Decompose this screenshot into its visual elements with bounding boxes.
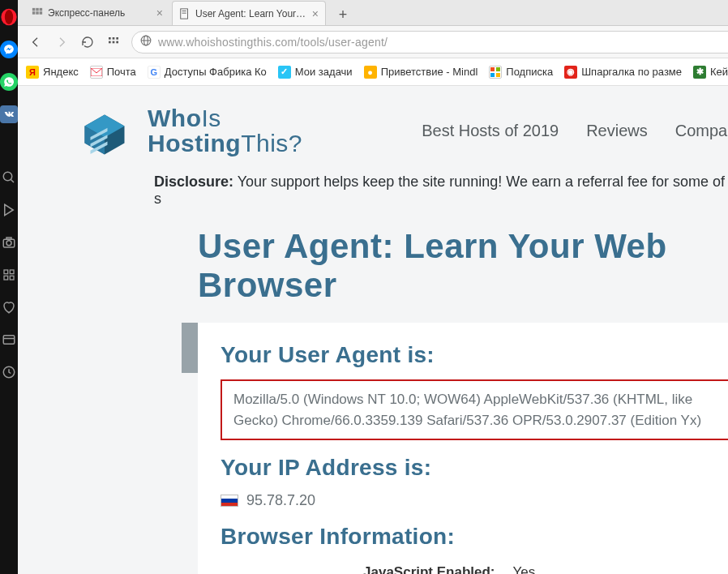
- bookmark-mail[interactable]: Почта: [90, 66, 136, 79]
- svg-rect-18: [32, 11, 36, 15]
- tab-user-agent[interactable]: User Agent: Learn Your We ×: [172, 1, 326, 25]
- subscribe-icon: [489, 66, 502, 79]
- browser-info-table: JavaScript Enabled:Yes Cookies Enabled:Y…: [221, 561, 728, 574]
- case-icon: ✱: [693, 66, 706, 79]
- bookmark-mindl[interactable]: ●Приветствие - Mindl: [364, 66, 478, 79]
- svg-line-3: [11, 179, 14, 182]
- browser-info-heading: Browser Information:: [221, 524, 728, 550]
- apps-icon[interactable]: [0, 266, 18, 284]
- reload-button[interactable]: [79, 34, 96, 50]
- search-icon[interactable]: [0, 169, 18, 186]
- google-icon: G: [148, 66, 161, 79]
- svg-rect-35: [496, 67, 500, 71]
- svg-rect-25: [113, 37, 115, 40]
- ip-row: 95.78.7.20: [221, 492, 728, 509]
- page-title: User Agent: Learn Your Web Browser: [198, 227, 728, 305]
- tab-title: Экспресс-панель: [48, 7, 152, 19]
- svg-rect-29: [116, 41, 118, 43]
- wiht-logo: [76, 102, 133, 159]
- site-header: WhoIs HostingThis? Best Hosts of 2019 Re…: [76, 102, 728, 159]
- page-favicon: [179, 8, 191, 19]
- bookmark-yandex[interactable]: ЯЯндекс: [26, 66, 79, 79]
- site-brand[interactable]: WhoIs HostingThis?: [148, 105, 302, 156]
- svg-rect-27: [109, 41, 111, 43]
- new-tab-button[interactable]: +: [332, 4, 353, 25]
- user-agent-box: Mozilla/5.0 (Windows NT 10.0; WOW64) App…: [221, 379, 728, 440]
- navigation-bar: www.whoishostingthis.com/tools/user-agen…: [18, 26, 728, 58]
- play-icon[interactable]: [0, 201, 18, 219]
- heart-icon[interactable]: [0, 298, 18, 316]
- address-bar[interactable]: www.whoishostingthis.com/tools/user-agen…: [131, 31, 728, 54]
- apps-button[interactable]: [105, 34, 122, 50]
- svg-marker-4: [5, 204, 14, 216]
- tab-strip: Экспресс-панель × User Agent: Learn Your…: [18, 0, 728, 26]
- disclosure-bar: Disclosure: Your support helps keep the …: [154, 173, 728, 208]
- url-text: www.whoishostingthis.com/tools/user-agen…: [158, 36, 728, 49]
- bookmarks-bar: ЯЯндекс Почта GДоступы Фабрика Ко ✓Мои з…: [18, 58, 728, 86]
- svg-point-1: [5, 10, 13, 24]
- svg-rect-9: [10, 270, 14, 274]
- page-content: WhoIs HostingThis? Best Hosts of 2019 Re…: [18, 86, 728, 574]
- bookmark-tasks[interactable]: ✓Мои задачи: [278, 66, 353, 79]
- primary-nav: Best Hosts of 2019 Reviews Comparisor: [422, 122, 728, 140]
- svg-rect-21: [181, 8, 188, 18]
- speed-dial-icon: [32, 7, 43, 19]
- svg-rect-34: [490, 67, 495, 71]
- svg-rect-15: [32, 8, 36, 11]
- site-info-icon[interactable]: [140, 35, 152, 49]
- vk-icon[interactable]: [0, 105, 18, 123]
- svg-rect-28: [113, 41, 115, 43]
- whatsapp-icon[interactable]: [0, 73, 18, 91]
- opera-sidebar: [0, 0, 18, 574]
- close-icon[interactable]: ×: [156, 6, 163, 19]
- cheatsheet-icon: ◉: [564, 66, 577, 79]
- history-icon[interactable]: [0, 363, 18, 381]
- nav-comparison[interactable]: Comparisor: [675, 122, 728, 140]
- bookmark-access[interactable]: GДоступы Фабрика Ко: [148, 66, 267, 79]
- svg-rect-24: [109, 37, 111, 40]
- tasks-icon: ✓: [278, 66, 291, 79]
- bookmark-cheatsheet[interactable]: ◉Шпаргалка по разме: [564, 66, 682, 79]
- bookmark-subscribe[interactable]: Подписка: [489, 66, 553, 79]
- svg-rect-17: [40, 8, 43, 11]
- mail-icon: [90, 66, 103, 79]
- tab-express-panel[interactable]: Экспресс-панель ×: [24, 1, 170, 25]
- svg-rect-36: [490, 73, 495, 77]
- mindl-icon: ●: [364, 66, 377, 79]
- svg-rect-8: [4, 270, 8, 274]
- messenger-icon[interactable]: [0, 41, 18, 58]
- russia-flag-icon: [221, 495, 238, 507]
- yandex-icon: Я: [26, 66, 39, 79]
- svg-rect-10: [4, 276, 8, 280]
- panel-icon[interactable]: [0, 331, 18, 349]
- ip-value: 95.78.7.20: [246, 492, 315, 509]
- table-row: JavaScript Enabled:Yes: [222, 563, 728, 574]
- svg-rect-7: [6, 238, 11, 239]
- svg-rect-12: [3, 336, 15, 345]
- browser-chrome: Экспресс-панель × User Agent: Learn Your…: [18, 0, 728, 574]
- close-icon[interactable]: ×: [312, 7, 319, 20]
- svg-rect-16: [36, 8, 39, 11]
- svg-rect-11: [10, 276, 14, 280]
- tab-title: User Agent: Learn Your We: [195, 8, 307, 19]
- svg-point-6: [6, 241, 11, 246]
- svg-rect-26: [116, 37, 118, 40]
- forward-button[interactable]: [54, 34, 70, 50]
- svg-rect-37: [496, 73, 500, 77]
- nav-best-hosts[interactable]: Best Hosts of 2019: [422, 122, 559, 140]
- ua-heading: Your User Agent is:: [221, 342, 728, 368]
- ip-heading: Your IP Address is:: [221, 455, 728, 481]
- opera-logo-icon[interactable]: [0, 8, 18, 26]
- back-button[interactable]: [28, 34, 44, 50]
- bookmark-case[interactable]: ✱Кейс: пр: [693, 66, 728, 79]
- content-card: Your User Agent is: Mozilla/5.0 (Windows…: [198, 323, 728, 574]
- svg-point-2: [3, 172, 12, 181]
- camera-icon[interactable]: [0, 233, 18, 251]
- svg-rect-19: [36, 11, 39, 15]
- nav-reviews[interactable]: Reviews: [586, 122, 648, 140]
- card-accent: [182, 323, 198, 373]
- svg-rect-20: [40, 11, 43, 15]
